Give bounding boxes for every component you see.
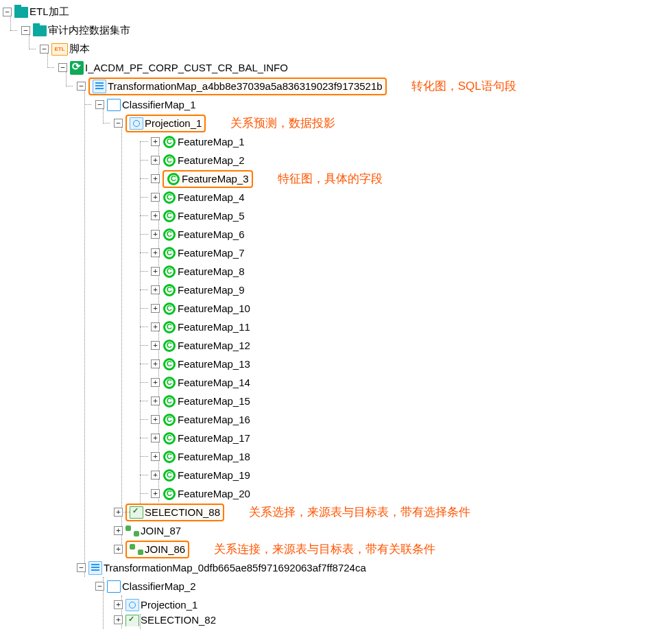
expand-icon[interactable] <box>151 359 160 368</box>
expand-icon[interactable] <box>151 267 160 276</box>
expand-icon[interactable] <box>114 615 123 624</box>
expand-icon[interactable] <box>114 545 123 554</box>
tree-item-featuremap[interactable]: FeatureMap_14 <box>3 373 669 392</box>
highlighted-node: FeatureMap_3 <box>163 170 253 188</box>
expand-icon[interactable] <box>151 174 160 183</box>
annotation-text: 关系预测，数据投影 <box>230 115 335 131</box>
tree-item-featuremap[interactable]: FeatureMap_8 <box>3 262 669 281</box>
collapse-icon[interactable] <box>95 582 104 591</box>
tree-root: ETL加工 审计内控数据集市 ETL 脚本 I_ACDM_PF_CORP_CUS… <box>3 3 669 626</box>
expand-icon[interactable] <box>151 137 160 146</box>
tree-item-classifiermap-1[interactable]: ClassifierMap_1 <box>3 95 669 114</box>
tree-item-featuremap[interactable]: FeatureMap_17 <box>3 429 669 447</box>
highlighted-node: JOIN_86 <box>125 541 189 558</box>
tree-item-featuremap[interactable]: FeatureMap_10 <box>3 299 669 318</box>
node-label: Projection_1 <box>141 599 197 611</box>
expand-icon[interactable] <box>151 378 160 387</box>
expand-icon[interactable] <box>151 415 160 424</box>
tree-item-featuremap[interactable]: FeatureMap_20 <box>3 484 669 503</box>
expand-icon[interactable] <box>114 600 123 609</box>
collapse-icon[interactable] <box>3 8 12 16</box>
tree-item-featuremap[interactable]: FeatureMap_1 <box>3 132 669 151</box>
tree-item-featuremap[interactable]: FeatureMap_11 <box>3 318 669 336</box>
etl-icon: ETL <box>51 43 68 56</box>
tree-item-featuremap[interactable]: FeatureMap_16 <box>3 410 669 429</box>
feature-icon <box>163 487 176 501</box>
expand-icon[interactable] <box>151 193 160 202</box>
tree-item-projection-1b[interactable]: Projection_1 <box>3 595 669 614</box>
collapse-icon[interactable] <box>58 63 67 72</box>
tree-item-selection-88[interactable]: SELECTION_88 关系选择，来源表与目标表，带有选择条件 <box>3 503 669 521</box>
tree-item-featuremap[interactable]: FeatureMap_5 <box>3 206 669 225</box>
expand-icon[interactable] <box>151 489 160 498</box>
expand-icon[interactable] <box>151 452 160 461</box>
tree-item-join-86[interactable]: JOIN_86 关系连接，来源表与目标表，带有关联条件 <box>3 540 669 558</box>
tree-item-etl-root[interactable]: ETL加工 <box>3 3 669 21</box>
tree-item-featuremap[interactable]: FeatureMap_13 <box>3 355 669 373</box>
feature-icon <box>163 191 176 204</box>
tree-item-featuremap[interactable]: FeatureMap_4 <box>3 188 669 206</box>
tree-item-projection-1[interactable]: Projection_1 关系预测，数据投影 <box>3 114 669 132</box>
collapse-icon[interactable] <box>77 82 86 91</box>
node-label: FeatureMap_15 <box>178 395 250 407</box>
feature-icon <box>163 394 176 408</box>
tree-item-job[interactable]: I_ACDM_PF_CORP_CUST_CR_BAL_INFO <box>3 58 669 77</box>
feature-icon <box>163 265 176 279</box>
expand-icon[interactable] <box>151 471 160 480</box>
node-label: FeatureMap_19 <box>178 469 250 481</box>
expand-icon[interactable] <box>151 341 160 350</box>
expand-icon[interactable] <box>151 248 160 257</box>
tree-item-featuremap[interactable]: FeatureMap_2 <box>3 151 669 169</box>
node-label: ETL加工 <box>29 5 69 19</box>
feature-icon <box>163 320 176 334</box>
tree-item-transformationmap-2[interactable]: TransformationMap_0dfb665ae85f971692063a… <box>3 558 669 577</box>
collapse-icon[interactable] <box>95 100 104 109</box>
classifier-icon <box>107 580 121 593</box>
selection-icon <box>125 614 139 626</box>
tree-item-classifiermap-2[interactable]: ClassifierMap_2 <box>3 577 669 595</box>
tree-item-featuremap[interactable]: FeatureMap_6 <box>3 225 669 244</box>
collapse-icon[interactable] <box>77 563 86 572</box>
tree-item-featuremap[interactable]: FeatureMap_7 <box>3 244 669 262</box>
expand-icon[interactable] <box>151 230 160 239</box>
expand-icon[interactable] <box>151 322 160 331</box>
expand-icon[interactable] <box>151 211 160 220</box>
tree-item-featuremap[interactable]: FeatureMap_9 <box>3 281 669 299</box>
annotation-text: 转化图，SQL语句段 <box>411 78 516 94</box>
map-icon <box>93 80 106 93</box>
refresh-icon <box>70 61 84 75</box>
node-label: JOIN_86 <box>145 543 185 555</box>
join-icon <box>125 524 139 538</box>
tree-item-featuremap[interactable]: FeatureMap_12 <box>3 336 669 355</box>
node-label: Projection_1 <box>145 117 202 129</box>
tree-item-featuremap[interactable]: FeatureMap_18 <box>3 447 669 466</box>
tree-item-scripts[interactable]: ETL 脚本 <box>3 40 669 58</box>
tree-item-selection-82[interactable]: SELECTION_82 <box>3 614 669 626</box>
expand-icon[interactable] <box>151 397 160 405</box>
collapse-icon[interactable] <box>114 119 123 128</box>
map-icon <box>88 561 102 575</box>
folder-icon <box>14 5 28 19</box>
expand-icon[interactable] <box>151 285 160 294</box>
tree-item-featuremap[interactable]: FeatureMap_3特征图，具体的字段 <box>3 169 669 188</box>
node-label: FeatureMap_13 <box>178 358 250 370</box>
tree-item-transformationmap-1[interactable]: TransformationMap_a4bb8e37039a5a83631902… <box>3 77 669 95</box>
feature-icon <box>163 450 176 464</box>
tree-item-featuremap[interactable]: FeatureMap_19 <box>3 466 669 484</box>
annotation-text: 关系选择，来源表与目标表，带有选择条件 <box>249 504 470 520</box>
expand-icon[interactable] <box>114 508 123 517</box>
expand-icon[interactable] <box>151 304 160 313</box>
tree-item-featuremap[interactable]: FeatureMap_15 <box>3 392 669 410</box>
collapse-icon[interactable] <box>21 26 30 35</box>
node-label: SELECTION_82 <box>141 614 216 626</box>
tree-item-datamart[interactable]: 审计内控数据集市 <box>3 21 669 40</box>
expand-icon[interactable] <box>114 526 123 535</box>
expand-icon[interactable] <box>151 434 160 442</box>
collapse-icon[interactable] <box>40 45 49 54</box>
tree-item-join-87[interactable]: JOIN_87 <box>3 521 669 540</box>
feature-icon <box>163 302 176 316</box>
projection-icon <box>125 598 139 612</box>
expand-icon[interactable] <box>151 156 160 165</box>
node-label: FeatureMap_9 <box>178 284 245 296</box>
node-label: FeatureMap_3 <box>182 173 249 185</box>
